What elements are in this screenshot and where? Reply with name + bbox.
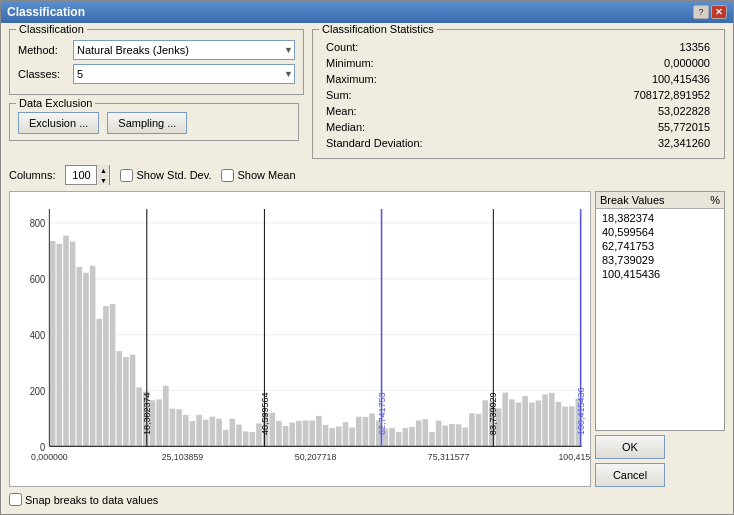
svg-rect-32 xyxy=(196,415,202,447)
svg-rect-19 xyxy=(110,304,116,446)
histogram-container: 02004006008000,00000025,10385950,2077187… xyxy=(9,191,591,487)
snap-checkbox-label[interactable]: Snap breaks to data values xyxy=(9,493,158,506)
svg-rect-17 xyxy=(96,319,102,447)
spin-up-button[interactable]: ▲ xyxy=(97,165,109,175)
svg-rect-49 xyxy=(309,420,315,446)
columns-input[interactable] xyxy=(66,166,96,184)
svg-rect-18 xyxy=(103,306,109,446)
svg-text:600: 600 xyxy=(30,274,46,285)
svg-rect-82 xyxy=(529,403,535,447)
svg-text:400: 400 xyxy=(30,330,46,341)
svg-rect-37 xyxy=(230,419,236,447)
svg-rect-84 xyxy=(542,394,548,446)
svg-rect-13 xyxy=(70,242,76,447)
chart-area: 02004006008000,00000025,10385950,2077187… xyxy=(9,191,725,487)
spinner-buttons: ▲ ▼ xyxy=(96,165,109,185)
svg-rect-38 xyxy=(236,425,242,447)
close-button[interactable]: ✕ xyxy=(711,5,727,19)
columns-spinner: ▲ ▼ xyxy=(65,165,110,185)
svg-rect-58 xyxy=(369,413,375,446)
ok-button[interactable]: OK xyxy=(595,435,665,459)
stat-label: Maximum: xyxy=(323,72,538,86)
snap-checkbox[interactable] xyxy=(9,493,22,506)
snap-label-text: Snap breaks to data values xyxy=(25,494,158,506)
show-mean-label: Show Mean xyxy=(237,169,295,181)
svg-text:25,103859: 25,103859 xyxy=(162,452,204,462)
break-value-item: 18,382374 xyxy=(600,211,720,225)
svg-text:83,739029: 83,739029 xyxy=(489,392,499,435)
svg-rect-80 xyxy=(516,403,522,447)
stat-value: 708172,891952 xyxy=(540,88,714,102)
svg-rect-85 xyxy=(549,393,555,447)
stat-label: Median: xyxy=(323,120,538,134)
method-select[interactable]: Natural Breaks (Jenks) Equal Interval Qu… xyxy=(73,40,295,60)
exclusion-button[interactable]: Exclusion ... xyxy=(18,112,99,134)
classes-select[interactable]: 234 567 8910 xyxy=(73,64,295,84)
svg-text:50,207718: 50,207718 xyxy=(295,452,337,462)
svg-rect-46 xyxy=(289,423,295,447)
svg-rect-10 xyxy=(50,241,56,446)
svg-text:75,311577: 75,311577 xyxy=(428,452,470,462)
stat-label: Count: xyxy=(323,40,538,54)
classification-dialog: Classification ? ✕ Classification Method… xyxy=(0,0,734,515)
svg-rect-34 xyxy=(210,417,216,447)
svg-rect-87 xyxy=(562,407,568,447)
svg-rect-12 xyxy=(63,236,69,447)
break-value-item: 62,741753 xyxy=(600,239,720,253)
svg-rect-70 xyxy=(449,424,455,446)
svg-rect-68 xyxy=(436,421,442,447)
stat-label: Minimum: xyxy=(323,56,538,70)
svg-rect-86 xyxy=(556,402,562,447)
window-title: Classification xyxy=(7,5,85,19)
svg-rect-50 xyxy=(316,416,322,447)
svg-rect-67 xyxy=(429,432,435,446)
svg-rect-26 xyxy=(156,399,162,446)
show-std-dev-checkbox[interactable] xyxy=(120,169,133,182)
svg-rect-64 xyxy=(409,427,415,447)
title-controls: ? ✕ xyxy=(693,5,727,19)
show-mean-checkbox-label[interactable]: Show Mean xyxy=(221,169,295,182)
stat-label: Sum: xyxy=(323,88,538,102)
svg-rect-36 xyxy=(223,430,229,447)
svg-rect-69 xyxy=(442,425,448,446)
sampling-button[interactable]: Sampling ... xyxy=(107,112,187,134)
svg-rect-29 xyxy=(176,409,182,446)
method-row: Method: Natural Breaks (Jenks) Equal Int… xyxy=(18,40,295,60)
svg-rect-48 xyxy=(303,421,309,447)
break-values-label: Break Values xyxy=(600,194,665,206)
spin-down-button[interactable]: ▼ xyxy=(97,175,109,185)
svg-rect-57 xyxy=(363,417,369,447)
classes-select-wrapper: 234 567 8910 ▼ xyxy=(73,64,295,84)
action-buttons: OK Cancel xyxy=(595,435,725,487)
classes-row: Classes: 234 567 8910 ▼ xyxy=(18,64,295,84)
cancel-button[interactable]: Cancel xyxy=(595,463,665,487)
stat-value: 55,772015 xyxy=(540,120,714,134)
svg-rect-75 xyxy=(482,400,488,446)
stats-group: Classification Statistics Count:13356Min… xyxy=(312,29,725,159)
svg-rect-22 xyxy=(130,355,136,447)
help-button[interactable]: ? xyxy=(693,5,709,19)
svg-rect-83 xyxy=(536,400,542,446)
show-std-dev-checkbox-label[interactable]: Show Std. Dev. xyxy=(120,169,211,182)
svg-rect-81 xyxy=(522,396,528,446)
break-value-item: 83,739029 xyxy=(600,253,720,267)
svg-rect-16 xyxy=(90,266,96,447)
svg-rect-74 xyxy=(476,414,482,446)
break-values-list: 18,38237440,59956462,74175383,739029100,… xyxy=(596,209,724,283)
stats-table: Count:13356Minimum:0,000000Maximum:100,4… xyxy=(321,38,716,152)
svg-rect-15 xyxy=(83,273,89,447)
svg-rect-47 xyxy=(296,421,302,447)
svg-rect-88 xyxy=(569,406,575,446)
svg-rect-31 xyxy=(190,421,196,446)
show-mean-checkbox[interactable] xyxy=(221,169,234,182)
svg-rect-27 xyxy=(163,386,169,447)
main-content: Classification Method: Natural Breaks (J… xyxy=(1,23,733,514)
method-label: Method: xyxy=(18,44,73,56)
title-bar: Classification ? ✕ xyxy=(1,1,733,23)
svg-rect-56 xyxy=(356,417,362,447)
break-value-item: 40,599564 xyxy=(600,225,720,239)
svg-rect-40 xyxy=(250,432,256,446)
exclusion-buttons: Exclusion ... Sampling ... xyxy=(18,108,290,134)
stats-group-title: Classification Statistics xyxy=(319,23,437,35)
exclusion-group: Data Exclusion Exclusion ... Sampling ..… xyxy=(9,103,299,141)
